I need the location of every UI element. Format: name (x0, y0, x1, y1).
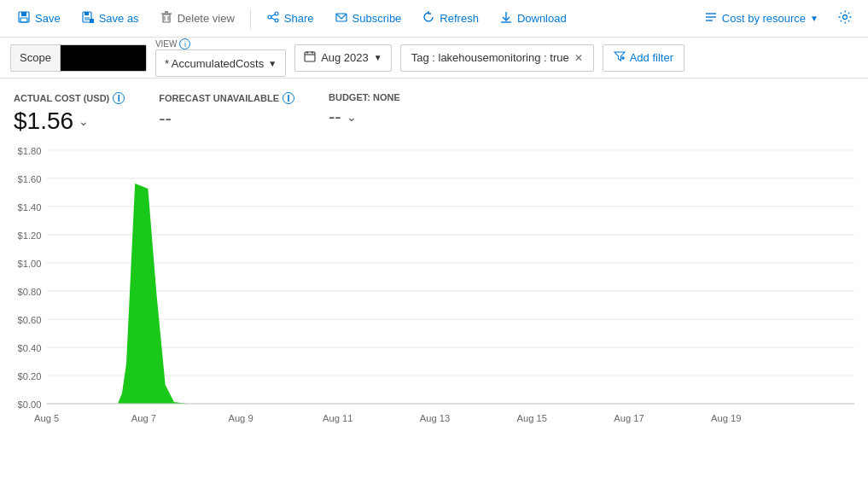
forecast-value: -- (159, 108, 294, 130)
download-label: Download (517, 12, 567, 25)
svg-rect-7 (90, 19, 94, 23)
svg-point-15 (275, 19, 278, 22)
scope-label: Scope (11, 45, 61, 71)
svg-text:Aug 11: Aug 11 (323, 413, 352, 423)
svg-text:Aug 7: Aug 7 (131, 413, 156, 423)
save-label: Save (35, 12, 61, 25)
save-as-label: Save as (99, 12, 139, 25)
budget-chevron-icon: ⌄ (347, 110, 357, 124)
tag-close-button[interactable]: ✕ (574, 52, 583, 64)
svg-text:Aug 15: Aug 15 (517, 413, 547, 423)
svg-rect-25 (305, 52, 315, 61)
svg-text:$0.00: $0.00 (18, 399, 42, 410)
divider-1 (250, 9, 251, 29)
budget-label: BUDGET: NONE (329, 92, 400, 102)
svg-rect-2 (20, 18, 27, 22)
svg-line-16 (271, 15, 275, 16)
svg-text:$1.60: $1.60 (18, 174, 42, 184)
download-button[interactable]: Download (491, 6, 575, 31)
chart-container: $1.80 $1.60 $1.40 $1.20 $1.00 $0.80 $0.6… (14, 142, 854, 423)
cost-chart: $1.80 $1.60 $1.40 $1.20 $1.00 $0.80 $0.6… (14, 142, 854, 423)
svg-point-14 (268, 15, 271, 19)
refresh-label: Refresh (440, 12, 479, 25)
svg-rect-8 (163, 15, 170, 22)
download-icon (499, 10, 513, 26)
svg-text:$1.80: $1.80 (18, 146, 42, 156)
svg-rect-1 (21, 12, 26, 16)
budget-block: BUDGET: NONE -- ⌄ (329, 92, 400, 128)
svg-text:$1.00: $1.00 (18, 259, 42, 269)
actual-cost-block: ACTUAL COST (USD) i $1.56 ⌄ (14, 92, 125, 135)
svg-line-17 (271, 18, 275, 20)
view-label: VIEW i (155, 38, 286, 50)
svg-text:Aug 5: Aug 5 (34, 413, 59, 423)
svg-text:Aug 13: Aug 13 (420, 413, 450, 423)
tag-text: Tag : lakehousemonitoring : true (411, 51, 569, 64)
svg-text:$1.20: $1.20 (18, 230, 42, 241)
chart-area: $1.80 $1.60 $1.40 $1.20 $1.00 $0.80 $0.6… (0, 142, 868, 432)
delete-view-button[interactable]: Delete view (151, 6, 243, 31)
subscribe-icon (335, 10, 348, 26)
budget-value: -- ⌄ (329, 106, 400, 128)
scope-container: Scope (10, 44, 147, 72)
tag-filter: Tag : lakehousemonitoring : true ✕ (400, 44, 594, 72)
svg-text:$0.40: $0.40 (18, 343, 42, 353)
save-as-button[interactable]: Save as (73, 6, 148, 31)
calendar-icon (304, 50, 316, 65)
add-filter-label: Add filter (630, 51, 673, 64)
chevron-down-icon: ▼ (810, 14, 818, 23)
forecast-label: FORECAST UNAVAILABLE i (159, 92, 294, 104)
delete-view-label: Delete view (178, 12, 235, 25)
cost-by-resource-button[interactable]: Cost by resource ▼ (696, 6, 827, 31)
date-label: Aug 2023 (321, 51, 369, 64)
settings-icon (837, 9, 853, 28)
view-name: * AccumulatedCosts (165, 57, 264, 70)
actual-cost-label: ACTUAL COST (USD) i (14, 92, 125, 104)
refresh-button[interactable]: Refresh (413, 6, 487, 31)
cost-by-resource-label: Cost by resource (722, 12, 806, 25)
svg-text:$0.60: $0.60 (18, 315, 42, 325)
cost-list-icon (704, 10, 718, 26)
svg-text:$0.20: $0.20 (18, 371, 42, 381)
filter-bar: Scope VIEW i * AccumulatedCosts ▼ Aug 20… (0, 38, 868, 79)
add-filter-icon (614, 50, 626, 65)
view-chevron-icon: ▼ (268, 59, 277, 68)
svg-point-13 (275, 12, 278, 15)
save-as-icon (81, 10, 95, 26)
forecast-block: FORECAST UNAVAILABLE i -- (159, 92, 294, 130)
svg-point-24 (843, 15, 848, 19)
metrics-row: ACTUAL COST (USD) i $1.56 ⌄ FORECAST UNA… (0, 79, 868, 142)
svg-text:Aug 17: Aug 17 (614, 413, 644, 423)
svg-text:Aug 9: Aug 9 (228, 413, 253, 423)
actual-cost-value: $1.56 ⌄ (14, 108, 125, 135)
view-dropdown[interactable]: * AccumulatedCosts ▼ (155, 50, 286, 77)
refresh-icon (422, 10, 435, 26)
cost-bar (101, 183, 188, 404)
view-info-icon[interactable]: i (179, 38, 190, 50)
share-label: Share (284, 12, 314, 25)
toolbar: Save Save as Delete view Share Subscribe… (0, 0, 868, 38)
svg-text:Aug 19: Aug 19 (711, 413, 741, 423)
save-icon (17, 10, 31, 26)
svg-text:$1.40: $1.40 (18, 202, 42, 213)
share-icon (266, 10, 280, 26)
scope-value[interactable] (61, 45, 146, 71)
share-button[interactable]: Share (258, 6, 323, 31)
date-chevron-icon: ▼ (374, 53, 382, 62)
actual-cost-info-icon[interactable]: i (113, 92, 125, 104)
subscribe-button[interactable]: Subscribe (326, 6, 411, 31)
svg-text:$0.80: $0.80 (18, 287, 42, 297)
settings-button[interactable] (830, 5, 859, 32)
forecast-info-icon[interactable]: i (283, 92, 294, 104)
svg-rect-4 (84, 12, 89, 15)
save-button[interactable]: Save (9, 6, 69, 31)
add-filter-button[interactable]: Add filter (603, 44, 684, 72)
date-picker-button[interactable]: Aug 2023 ▼ (294, 44, 392, 72)
delete-icon (160, 10, 173, 26)
view-container: VIEW i * AccumulatedCosts ▼ (155, 38, 286, 77)
subscribe-label: Subscribe (352, 12, 402, 25)
actual-cost-chevron-icon: ⌄ (79, 114, 89, 128)
